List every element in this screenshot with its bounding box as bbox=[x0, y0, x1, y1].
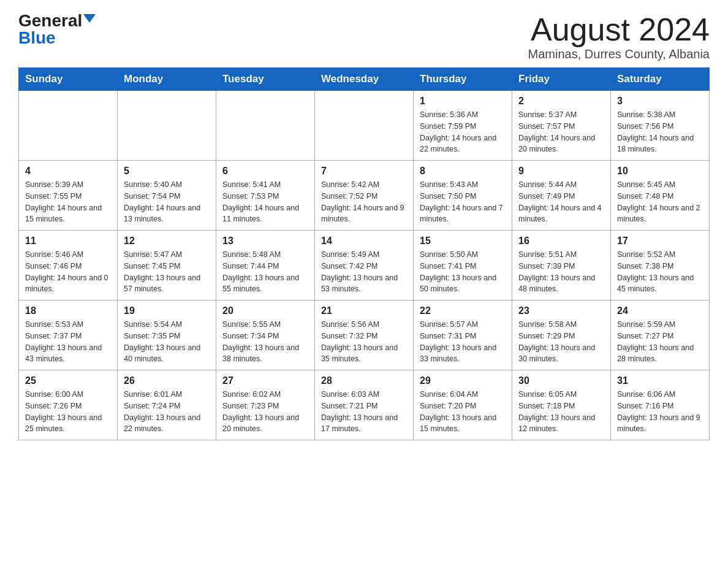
day-info: Sunrise: 5:44 AMSunset: 7:49 PMDaylight:… bbox=[518, 179, 604, 225]
day-number: 30 bbox=[518, 375, 604, 386]
calendar-week-row: 4Sunrise: 5:39 AMSunset: 7:55 PMDaylight… bbox=[19, 161, 710, 231]
day-number: 18 bbox=[25, 305, 111, 316]
calendar-day-cell: 30Sunrise: 6:05 AMSunset: 7:18 PMDayligh… bbox=[512, 370, 611, 440]
calendar-day-cell: 28Sunrise: 6:03 AMSunset: 7:21 PMDayligh… bbox=[315, 370, 414, 440]
calendar-day-cell: 12Sunrise: 5:47 AMSunset: 7:45 PMDayligh… bbox=[118, 231, 216, 301]
calendar-week-row: 11Sunrise: 5:46 AMSunset: 7:46 PMDayligh… bbox=[19, 231, 710, 301]
calendar-day-header: Monday bbox=[118, 68, 216, 91]
calendar-day-cell: 21Sunrise: 5:56 AMSunset: 7:32 PMDayligh… bbox=[315, 301, 414, 370]
logo-text-general: General bbox=[18, 12, 82, 29]
day-info: Sunrise: 5:38 AMSunset: 7:56 PMDaylight:… bbox=[617, 109, 703, 155]
day-number: 5 bbox=[124, 166, 210, 177]
calendar-day-cell: 27Sunrise: 6:02 AMSunset: 7:23 PMDayligh… bbox=[216, 370, 315, 440]
calendar-day-header: Sunday bbox=[19, 68, 118, 91]
day-info: Sunrise: 5:45 AMSunset: 7:48 PMDaylight:… bbox=[617, 179, 703, 225]
day-info: Sunrise: 6:00 AMSunset: 7:26 PMDaylight:… bbox=[25, 389, 111, 435]
day-number: 4 bbox=[25, 166, 111, 177]
calendar-day-cell: 31Sunrise: 6:06 AMSunset: 7:16 PMDayligh… bbox=[611, 370, 710, 440]
calendar-week-row: 1Sunrise: 5:36 AMSunset: 7:59 PMDaylight… bbox=[19, 91, 710, 161]
title-block: August 2024 Maminas, Durres County, Alba… bbox=[528, 12, 710, 61]
calendar-day-cell: 1Sunrise: 5:36 AMSunset: 7:59 PMDaylight… bbox=[414, 91, 512, 161]
day-info: Sunrise: 5:55 AMSunset: 7:34 PMDaylight:… bbox=[222, 319, 308, 365]
day-number: 26 bbox=[124, 375, 210, 386]
calendar-day-cell: 9Sunrise: 5:44 AMSunset: 7:49 PMDaylight… bbox=[512, 161, 611, 231]
day-number: 20 bbox=[222, 305, 308, 316]
day-info: Sunrise: 5:43 AMSunset: 7:50 PMDaylight:… bbox=[420, 179, 506, 225]
calendar-week-row: 25Sunrise: 6:00 AMSunset: 7:26 PMDayligh… bbox=[19, 370, 710, 440]
calendar-day-cell bbox=[118, 91, 216, 161]
calendar-day-header: Thursday bbox=[414, 68, 512, 91]
calendar-day-cell: 7Sunrise: 5:42 AMSunset: 7:52 PMDaylight… bbox=[315, 161, 414, 231]
day-number: 24 bbox=[617, 305, 703, 316]
day-number: 7 bbox=[321, 166, 407, 177]
day-info: Sunrise: 5:41 AMSunset: 7:53 PMDaylight:… bbox=[222, 179, 308, 225]
day-info: Sunrise: 5:42 AMSunset: 7:52 PMDaylight:… bbox=[321, 179, 407, 225]
page-header: General Blue August 2024 Maminas, Durres… bbox=[18, 12, 710, 61]
day-number: 17 bbox=[617, 236, 703, 247]
calendar-day-cell: 15Sunrise: 5:50 AMSunset: 7:41 PMDayligh… bbox=[414, 231, 512, 301]
day-info: Sunrise: 5:49 AMSunset: 7:42 PMDaylight:… bbox=[321, 249, 407, 295]
day-number: 27 bbox=[222, 375, 308, 386]
calendar-day-cell: 6Sunrise: 5:41 AMSunset: 7:53 PMDaylight… bbox=[216, 161, 315, 231]
day-info: Sunrise: 5:48 AMSunset: 7:44 PMDaylight:… bbox=[222, 249, 308, 295]
calendar-day-cell bbox=[216, 91, 315, 161]
logo-text-blue: Blue bbox=[18, 29, 56, 47]
calendar-day-header: Saturday bbox=[611, 68, 710, 91]
day-info: Sunrise: 5:59 AMSunset: 7:27 PMDaylight:… bbox=[617, 319, 703, 365]
day-number: 12 bbox=[124, 236, 210, 247]
calendar-day-cell: 29Sunrise: 6:04 AMSunset: 7:20 PMDayligh… bbox=[414, 370, 512, 440]
day-info: Sunrise: 6:03 AMSunset: 7:21 PMDaylight:… bbox=[321, 389, 407, 435]
day-info: Sunrise: 5:37 AMSunset: 7:57 PMDaylight:… bbox=[518, 109, 604, 155]
logo-triangle-icon bbox=[83, 14, 96, 23]
day-info: Sunrise: 5:51 AMSunset: 7:39 PMDaylight:… bbox=[518, 249, 604, 295]
calendar-day-cell: 5Sunrise: 5:40 AMSunset: 7:54 PMDaylight… bbox=[118, 161, 216, 231]
page-subtitle: Maminas, Durres County, Albania bbox=[528, 47, 710, 61]
day-number: 10 bbox=[617, 166, 703, 177]
day-number: 21 bbox=[321, 305, 407, 316]
day-info: Sunrise: 6:06 AMSunset: 7:16 PMDaylight:… bbox=[617, 389, 703, 435]
calendar-day-cell: 24Sunrise: 5:59 AMSunset: 7:27 PMDayligh… bbox=[611, 301, 710, 370]
calendar-day-cell: 18Sunrise: 5:53 AMSunset: 7:37 PMDayligh… bbox=[19, 301, 118, 370]
calendar-day-cell: 16Sunrise: 5:51 AMSunset: 7:39 PMDayligh… bbox=[512, 231, 611, 301]
day-info: Sunrise: 5:57 AMSunset: 7:31 PMDaylight:… bbox=[420, 319, 506, 365]
calendar-day-cell: 8Sunrise: 5:43 AMSunset: 7:50 PMDaylight… bbox=[414, 161, 512, 231]
calendar-day-cell: 20Sunrise: 5:55 AMSunset: 7:34 PMDayligh… bbox=[216, 301, 315, 370]
day-number: 29 bbox=[420, 375, 506, 386]
calendar-day-cell: 11Sunrise: 5:46 AMSunset: 7:46 PMDayligh… bbox=[19, 231, 118, 301]
day-number: 8 bbox=[420, 166, 506, 177]
day-info: Sunrise: 5:54 AMSunset: 7:35 PMDaylight:… bbox=[124, 319, 210, 365]
calendar-day-cell: 19Sunrise: 5:54 AMSunset: 7:35 PMDayligh… bbox=[118, 301, 216, 370]
day-info: Sunrise: 6:01 AMSunset: 7:24 PMDaylight:… bbox=[124, 389, 210, 435]
calendar-table: SundayMondayTuesdayWednesdayThursdayFrid… bbox=[18, 67, 710, 440]
calendar-header-row: SundayMondayTuesdayWednesdayThursdayFrid… bbox=[19, 68, 710, 91]
day-number: 11 bbox=[25, 236, 111, 247]
day-info: Sunrise: 6:05 AMSunset: 7:18 PMDaylight:… bbox=[518, 389, 604, 435]
day-info: Sunrise: 5:50 AMSunset: 7:41 PMDaylight:… bbox=[420, 249, 506, 295]
day-info: Sunrise: 6:04 AMSunset: 7:20 PMDaylight:… bbox=[420, 389, 506, 435]
day-number: 19 bbox=[124, 305, 210, 316]
day-info: Sunrise: 5:58 AMSunset: 7:29 PMDaylight:… bbox=[518, 319, 604, 365]
day-number: 31 bbox=[617, 375, 703, 386]
calendar-day-cell: 10Sunrise: 5:45 AMSunset: 7:48 PMDayligh… bbox=[611, 161, 710, 231]
day-info: Sunrise: 6:02 AMSunset: 7:23 PMDaylight:… bbox=[222, 389, 308, 435]
day-number: 25 bbox=[25, 375, 111, 386]
calendar-day-cell: 14Sunrise: 5:49 AMSunset: 7:42 PMDayligh… bbox=[315, 231, 414, 301]
calendar-day-cell: 2Sunrise: 5:37 AMSunset: 7:57 PMDaylight… bbox=[512, 91, 611, 161]
day-info: Sunrise: 5:40 AMSunset: 7:54 PMDaylight:… bbox=[124, 179, 210, 225]
day-number: 23 bbox=[518, 305, 604, 316]
calendar-day-cell: 3Sunrise: 5:38 AMSunset: 7:56 PMDaylight… bbox=[611, 91, 710, 161]
day-info: Sunrise: 5:47 AMSunset: 7:45 PMDaylight:… bbox=[124, 249, 210, 295]
calendar-day-cell: 17Sunrise: 5:52 AMSunset: 7:38 PMDayligh… bbox=[611, 231, 710, 301]
logo: General Blue bbox=[18, 12, 96, 47]
calendar-body: 1Sunrise: 5:36 AMSunset: 7:59 PMDaylight… bbox=[19, 91, 710, 440]
day-number: 16 bbox=[518, 236, 604, 247]
calendar-day-cell bbox=[19, 91, 118, 161]
day-info: Sunrise: 5:56 AMSunset: 7:32 PMDaylight:… bbox=[321, 319, 407, 365]
day-number: 3 bbox=[617, 96, 703, 107]
day-info: Sunrise: 5:46 AMSunset: 7:46 PMDaylight:… bbox=[25, 249, 111, 295]
day-number: 13 bbox=[222, 236, 308, 247]
day-number: 28 bbox=[321, 375, 407, 386]
calendar-week-row: 18Sunrise: 5:53 AMSunset: 7:37 PMDayligh… bbox=[19, 301, 710, 370]
day-number: 22 bbox=[420, 305, 506, 316]
day-number: 15 bbox=[420, 236, 506, 247]
